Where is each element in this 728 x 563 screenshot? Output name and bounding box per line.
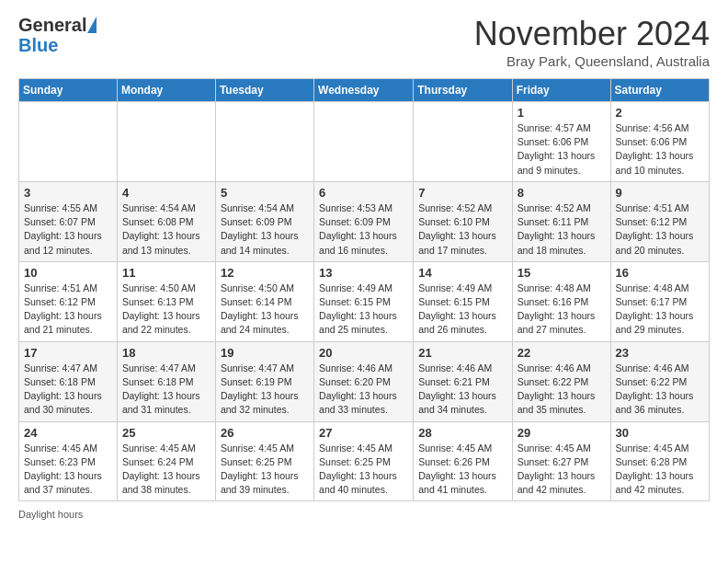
- day-number: 14: [418, 266, 506, 280]
- calendar-cell: 18Sunrise: 4:47 AMSunset: 6:18 PMDayligh…: [117, 341, 215, 421]
- day-header: Thursday: [414, 79, 512, 102]
- calendar-cell: 4Sunrise: 4:54 AMSunset: 6:08 PMDaylight…: [117, 181, 215, 261]
- calendar-cell: 15Sunrise: 4:48 AMSunset: 6:16 PMDayligh…: [512, 261, 610, 341]
- day-info: Sunrise: 4:45 AMSunset: 6:26 PMDaylight:…: [418, 442, 506, 498]
- day-header: Friday: [512, 79, 610, 102]
- calendar-cell: 22Sunrise: 4:46 AMSunset: 6:22 PMDayligh…: [512, 341, 610, 421]
- day-header: Monday: [117, 79, 215, 102]
- day-number: 30: [616, 426, 704, 440]
- calendar-cell: 17Sunrise: 4:47 AMSunset: 6:18 PMDayligh…: [19, 341, 118, 421]
- calendar-cell: [414, 102, 512, 182]
- day-info: Sunrise: 4:47 AMSunset: 6:18 PMDaylight:…: [24, 362, 112, 418]
- day-info: Sunrise: 4:52 AMSunset: 6:11 PMDaylight:…: [518, 201, 606, 258]
- logo-general: General: [18, 15, 86, 35]
- calendar-cell: 9Sunrise: 4:51 AMSunset: 6:12 PMDaylight…: [610, 181, 709, 261]
- day-info: Sunrise: 4:50 AMSunset: 6:13 PMDaylight:…: [122, 282, 210, 338]
- day-info: Sunrise: 4:51 AMSunset: 6:12 PMDaylight:…: [24, 282, 112, 338]
- calendar-cell: 13Sunrise: 4:49 AMSunset: 6:15 PMDayligh…: [314, 261, 414, 341]
- day-number: 3: [24, 186, 112, 200]
- day-info: Sunrise: 4:45 AMSunset: 6:23 PMDaylight:…: [24, 442, 112, 498]
- day-info: Sunrise: 4:46 AMSunset: 6:22 PMDaylight:…: [616, 362, 704, 418]
- calendar-cell: 27Sunrise: 4:45 AMSunset: 6:25 PMDayligh…: [314, 421, 414, 501]
- day-header: Tuesday: [215, 79, 313, 102]
- day-info: Sunrise: 4:46 AMSunset: 6:20 PMDaylight:…: [319, 362, 408, 418]
- logo-blue: Blue: [18, 35, 58, 55]
- day-number: 25: [122, 426, 210, 440]
- day-info: Sunrise: 4:50 AMSunset: 6:14 PMDaylight:…: [221, 282, 309, 338]
- day-header: Wednesday: [314, 79, 414, 102]
- daylight-label: Daylight hours: [18, 509, 83, 520]
- day-info: Sunrise: 4:45 AMSunset: 6:25 PMDaylight:…: [319, 442, 408, 498]
- calendar-cell: 7Sunrise: 4:52 AMSunset: 6:10 PMDaylight…: [414, 181, 512, 261]
- day-number: 6: [319, 186, 408, 200]
- calendar-cell: 5Sunrise: 4:54 AMSunset: 6:09 PMDaylight…: [215, 181, 313, 261]
- day-number: 2: [616, 106, 704, 120]
- day-info: Sunrise: 4:52 AMSunset: 6:10 PMDaylight:…: [418, 201, 506, 258]
- day-number: 1: [518, 106, 606, 120]
- day-number: 17: [24, 346, 112, 360]
- day-number: 19: [221, 346, 309, 360]
- day-number: 9: [616, 186, 704, 200]
- day-number: 27: [319, 426, 408, 440]
- day-info: Sunrise: 4:54 AMSunset: 6:08 PMDaylight:…: [122, 201, 210, 258]
- month-title: November 2024: [474, 15, 710, 53]
- day-number: 15: [518, 266, 606, 280]
- day-info: Sunrise: 4:53 AMSunset: 6:09 PMDaylight:…: [319, 201, 408, 258]
- calendar-cell: 6Sunrise: 4:53 AMSunset: 6:09 PMDaylight…: [314, 181, 414, 261]
- day-info: Sunrise: 4:49 AMSunset: 6:15 PMDaylight:…: [319, 282, 408, 338]
- day-number: 22: [518, 346, 606, 360]
- calendar-cell: 30Sunrise: 4:45 AMSunset: 6:28 PMDayligh…: [610, 421, 709, 501]
- day-info: Sunrise: 4:46 AMSunset: 6:21 PMDaylight:…: [418, 362, 506, 418]
- calendar-cell: 23Sunrise: 4:46 AMSunset: 6:22 PMDayligh…: [610, 341, 709, 421]
- calendar-cell: 16Sunrise: 4:48 AMSunset: 6:17 PMDayligh…: [610, 261, 709, 341]
- calendar-cell: 21Sunrise: 4:46 AMSunset: 6:21 PMDayligh…: [414, 341, 512, 421]
- day-info: Sunrise: 4:54 AMSunset: 6:09 PMDaylight:…: [221, 201, 309, 258]
- day-info: Sunrise: 4:45 AMSunset: 6:24 PMDaylight:…: [122, 442, 210, 498]
- day-number: 18: [122, 346, 210, 360]
- day-info: Sunrise: 4:45 AMSunset: 6:25 PMDaylight:…: [221, 442, 309, 498]
- day-number: 5: [221, 186, 309, 200]
- calendar-cell: 26Sunrise: 4:45 AMSunset: 6:25 PMDayligh…: [215, 421, 313, 501]
- day-info: Sunrise: 4:47 AMSunset: 6:19 PMDaylight:…: [221, 362, 309, 418]
- day-number: 10: [24, 266, 112, 280]
- day-info: Sunrise: 4:45 AMSunset: 6:27 PMDaylight:…: [518, 442, 606, 498]
- footer-note: Daylight hours: [18, 509, 710, 520]
- calendar-cell: 11Sunrise: 4:50 AMSunset: 6:13 PMDayligh…: [117, 261, 215, 341]
- calendar-cell: 19Sunrise: 4:47 AMSunset: 6:19 PMDayligh…: [215, 341, 313, 421]
- day-number: 13: [319, 266, 408, 280]
- day-info: Sunrise: 4:48 AMSunset: 6:16 PMDaylight:…: [518, 282, 606, 338]
- day-info: Sunrise: 4:49 AMSunset: 6:15 PMDaylight:…: [418, 282, 506, 338]
- calendar-cell: 8Sunrise: 4:52 AMSunset: 6:11 PMDaylight…: [512, 181, 610, 261]
- calendar-cell: 10Sunrise: 4:51 AMSunset: 6:12 PMDayligh…: [19, 261, 118, 341]
- day-info: Sunrise: 4:48 AMSunset: 6:17 PMDaylight:…: [616, 282, 704, 338]
- title-area: November 2024 Bray Park, Queensland, Aus…: [474, 15, 710, 69]
- day-info: Sunrise: 4:51 AMSunset: 6:12 PMDaylight:…: [616, 201, 704, 258]
- day-info: Sunrise: 4:45 AMSunset: 6:28 PMDaylight:…: [616, 442, 704, 498]
- day-number: 28: [418, 426, 506, 440]
- day-header: Sunday: [19, 79, 118, 102]
- day-info: Sunrise: 4:47 AMSunset: 6:18 PMDaylight:…: [122, 362, 210, 418]
- calendar-cell: [314, 102, 414, 182]
- calendar-cell: 2Sunrise: 4:56 AMSunset: 6:06 PMDaylight…: [610, 102, 709, 182]
- logo-triangle-icon: [87, 17, 97, 33]
- calendar-cell: 1Sunrise: 4:57 AMSunset: 6:06 PMDaylight…: [512, 102, 610, 182]
- calendar-table: SundayMondayTuesdayWednesdayThursdayFrid…: [18, 78, 710, 501]
- location-subtitle: Bray Park, Queensland, Australia: [474, 53, 710, 69]
- day-info: Sunrise: 4:56 AMSunset: 6:06 PMDaylight:…: [616, 121, 704, 178]
- calendar-cell: [215, 102, 313, 182]
- calendar-cell: 20Sunrise: 4:46 AMSunset: 6:20 PMDayligh…: [314, 341, 414, 421]
- calendar-cell: 25Sunrise: 4:45 AMSunset: 6:24 PMDayligh…: [117, 421, 215, 501]
- calendar-cell: 14Sunrise: 4:49 AMSunset: 6:15 PMDayligh…: [414, 261, 512, 341]
- logo: General Blue: [18, 15, 97, 55]
- calendar-cell: [117, 102, 215, 182]
- day-info: Sunrise: 4:46 AMSunset: 6:22 PMDaylight:…: [518, 362, 606, 418]
- day-number: 26: [221, 426, 309, 440]
- day-number: 7: [418, 186, 506, 200]
- day-number: 20: [319, 346, 408, 360]
- calendar-cell: [19, 102, 118, 182]
- day-number: 16: [616, 266, 704, 280]
- calendar-cell: 12Sunrise: 4:50 AMSunset: 6:14 PMDayligh…: [215, 261, 313, 341]
- day-number: 21: [418, 346, 506, 360]
- calendar-cell: 3Sunrise: 4:55 AMSunset: 6:07 PMDaylight…: [19, 181, 118, 261]
- day-number: 24: [24, 426, 112, 440]
